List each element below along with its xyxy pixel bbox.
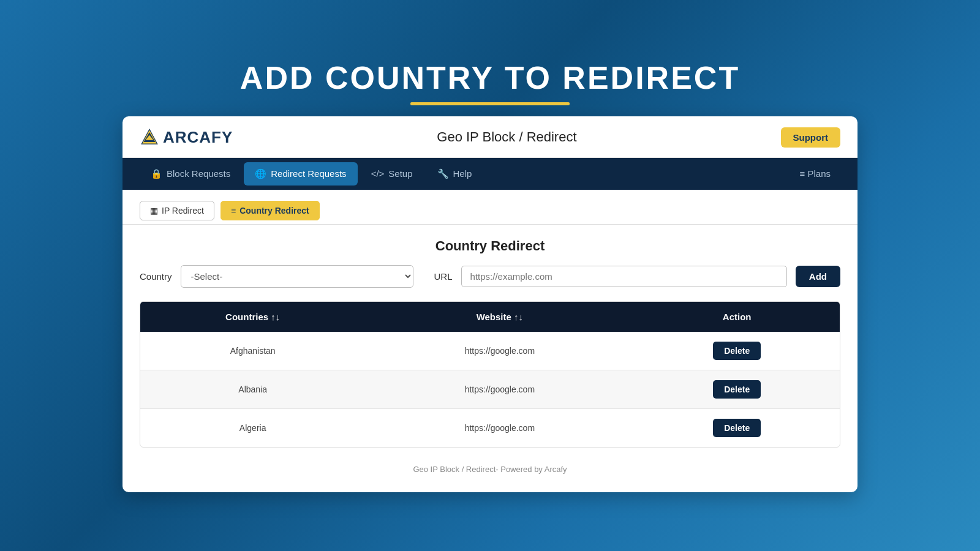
delete-button[interactable]: Delete — [713, 342, 761, 360]
country-cell: Algeria — [140, 408, 365, 447]
table-container: Countries ↑↓ Website ↑↓ Action Afghanist… — [140, 301, 840, 448]
website-cell: https://google.com — [365, 408, 634, 447]
data-table: Countries ↑↓ Website ↑↓ Action Afghanist… — [140, 302, 840, 447]
nav-item-block-requests[interactable]: 🔒 Block Requests — [140, 162, 241, 186]
footer-text: Geo IP Block / Redirect- Powered by Arca… — [413, 465, 567, 474]
col-website: Website ↑↓ — [365, 302, 634, 332]
delete-button[interactable]: Delete — [713, 380, 761, 399]
nav-item-redirect-requests[interactable]: 🌐 Redirect Requests — [244, 162, 357, 186]
redirect-requests-icon: 🌐 — [255, 168, 266, 179]
help-icon: 🔧 — [437, 168, 449, 179]
table-row: Algeria https://google.com Delete — [140, 408, 840, 447]
country-label: Country — [140, 271, 172, 282]
nav-bar: 🔒 Block Requests 🌐 Redirect Requests </>… — [123, 158, 858, 190]
country-redirect-label: Country Redirect — [239, 206, 309, 216]
block-requests-icon: 🔒 — [151, 168, 162, 179]
action-cell: Delete — [634, 370, 840, 408]
nav-item-setup[interactable]: </> Setup — [360, 162, 424, 185]
table-head: Countries ↑↓ Website ↑↓ Action — [140, 302, 840, 332]
nav-label-help: Help — [453, 168, 472, 179]
logo: ARCAFY — [140, 127, 233, 147]
sub-nav-country-redirect[interactable]: ≡ Country Redirect — [221, 201, 320, 220]
table-row: Afghanistan https://google.com Delete — [140, 332, 840, 370]
heading-underline — [410, 102, 570, 105]
website-cell: https://google.com — [365, 370, 634, 408]
website-cell: https://google.com — [365, 332, 634, 370]
country-cell: Albania — [140, 370, 365, 408]
logo-text: ARCAFY — [163, 128, 233, 147]
country-redirect-icon: ≡ — [231, 206, 236, 216]
action-cell: Delete — [634, 332, 840, 370]
country-cell: Afghanistan — [140, 332, 365, 370]
col-action: Action — [634, 302, 840, 332]
main-card: ARCAFY Geo IP Block / Redirect Support 🔒… — [123, 116, 858, 492]
nav-label-setup: Setup — [388, 168, 412, 179]
page-heading: ADD COUNTRY TO REDIRECT — [240, 59, 740, 96]
card-footer: Geo IP Block / Redirect- Powered by Arca… — [123, 465, 858, 474]
support-button[interactable]: Support — [781, 127, 841, 148]
header-title: Geo IP Block / Redirect — [437, 129, 576, 145]
outer-container: ADD COUNTRY TO REDIRECT ARCAFY Geo IP Bl… — [104, 59, 876, 492]
nav-item-help[interactable]: 🔧 Help — [426, 162, 483, 186]
table-row: Albania https://google.com Delete — [140, 370, 840, 408]
form-row: Country -Select- Afghanistan Albania Alg… — [123, 265, 858, 301]
table-header-row: Countries ↑↓ Website ↑↓ Action — [140, 302, 840, 332]
url-label: URL — [434, 271, 453, 282]
sub-nav-ip-redirect[interactable]: ▦ IP Redirect — [140, 201, 214, 220]
ip-redirect-icon: ▦ — [150, 206, 158, 216]
country-select[interactable]: -Select- Afghanistan Albania Algeria Uni… — [181, 265, 413, 288]
ip-redirect-label: IP Redirect — [162, 206, 204, 216]
nav-label-redirect-requests: Redirect Requests — [271, 168, 346, 179]
delete-button[interactable]: Delete — [713, 419, 761, 437]
logo-icon — [140, 127, 159, 147]
table-body: Afghanistan https://google.com Delete Al… — [140, 332, 840, 447]
nav-label-block-requests: Block Requests — [167, 168, 230, 179]
card-header: ARCAFY Geo IP Block / Redirect Support — [123, 116, 858, 158]
sub-nav: ▦ IP Redirect ≡ Country Redirect — [123, 190, 858, 225]
nav-plans[interactable]: ≡ Plans — [790, 162, 840, 185]
section-title: Country Redirect — [123, 238, 858, 254]
setup-icon: </> — [371, 168, 385, 179]
url-input[interactable] — [461, 266, 787, 287]
col-countries: Countries ↑↓ — [140, 302, 365, 332]
add-button[interactable]: Add — [796, 266, 840, 287]
action-cell: Delete — [634, 408, 840, 447]
